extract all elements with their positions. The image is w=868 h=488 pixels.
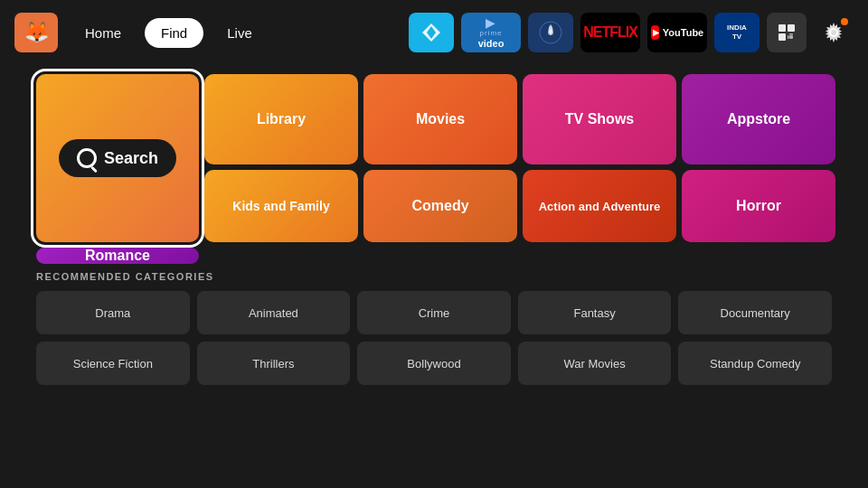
app-youtube[interactable]: ▶ YouTube: [647, 13, 707, 52]
kids-label: Kids and Family: [232, 199, 329, 213]
horror-label: Horror: [736, 198, 781, 214]
nav-apps: ▶ prime video NETFLIX ▶ YouTube INDI: [409, 13, 854, 52]
tvshows-tile[interactable]: TV Shows: [523, 74, 676, 164]
search-button[interactable]: Search: [59, 139, 176, 177]
rec-animated[interactable]: Animated: [197, 291, 351, 334]
tiles-grid: Search Library Movies TV Shows Appstore …: [36, 74, 832, 264]
search-label: Search: [104, 149, 158, 168]
main-content: Search Library Movies TV Shows Appstore …: [0, 65, 868, 385]
rec-drama[interactable]: Drama: [36, 291, 190, 334]
rec-fantasy[interactable]: Fantasy: [518, 291, 672, 334]
movies-tile[interactable]: Movies: [363, 74, 517, 164]
svg-rect-7: [789, 35, 793, 39]
app-india-tv[interactable]: INDIATV: [714, 13, 760, 52]
svg-rect-9: [788, 35, 789, 39]
romance-label: Romance: [85, 248, 150, 264]
horror-tile[interactable]: Horror: [682, 170, 835, 242]
recommended-section: RECOMMENDED CATEGORIES Drama Animated Cr…: [36, 271, 832, 385]
prime-video-label: ▶ prime video: [478, 16, 505, 49]
app-logo[interactable]: 🦊: [14, 13, 58, 52]
comedy-label: Comedy: [411, 198, 468, 214]
svg-rect-5: [788, 24, 795, 32]
romance-tile[interactable]: Romance: [36, 248, 199, 264]
library-tile[interactable]: Library: [204, 74, 358, 164]
rec-crime[interactable]: Crime: [357, 291, 511, 334]
app-settings[interactable]: [814, 13, 854, 52]
logo-icon: 🦊: [24, 21, 49, 44]
tvshows-label: TV Shows: [565, 111, 634, 127]
svg-rect-6: [778, 33, 786, 41]
appstore-label: Appstore: [727, 111, 790, 127]
search-icon: [77, 148, 97, 168]
rec-standup-comedy[interactable]: Standup Comedy: [678, 342, 832, 385]
comedy-tile[interactable]: Comedy: [363, 170, 517, 242]
kids-tile[interactable]: Kids and Family: [204, 170, 358, 242]
nav-links: Home Find Live: [69, 18, 269, 48]
action-tile[interactable]: Action and Adventure: [523, 170, 676, 242]
netflix-label: NETFLIX: [583, 24, 637, 41]
youtube-label: YouTube: [663, 27, 703, 38]
top-navigation: 🦊 Home Find Live ▶ prime video: [0, 0, 868, 65]
rec-war-movies[interactable]: War Movies: [518, 342, 672, 385]
app-paramount[interactable]: [528, 13, 573, 52]
india-tv-label: INDIATV: [727, 23, 747, 41]
app-grid[interactable]: [767, 13, 807, 52]
library-label: Library: [257, 111, 306, 127]
nav-live[interactable]: Live: [211, 18, 269, 48]
app-kodi[interactable]: [409, 13, 454, 52]
app-netflix[interactable]: NETFLIX: [580, 13, 640, 52]
action-label: Action and Adventure: [539, 200, 661, 213]
nav-home[interactable]: Home: [69, 18, 137, 48]
movies-label: Movies: [416, 111, 465, 127]
rec-documentary[interactable]: Documentary: [678, 291, 832, 334]
rec-bollywood[interactable]: Bollywood: [357, 342, 511, 385]
svg-rect-8: [789, 33, 793, 35]
kodi-icon: [418, 19, 445, 46]
nav-find[interactable]: Find: [145, 18, 203, 48]
svg-point-3: [548, 30, 553, 35]
settings-notification-dot: [841, 18, 848, 25]
search-tile[interactable]: Search: [36, 74, 199, 242]
youtube-play-icon: ▶: [651, 25, 659, 40]
app-prime-video[interactable]: ▶ prime video: [461, 13, 521, 52]
rec-science-fiction[interactable]: Science Fiction: [36, 342, 190, 385]
rec-thrillers[interactable]: Thrillers: [197, 342, 351, 385]
recommended-title: RECOMMENDED CATEGORIES: [36, 271, 832, 282]
svg-rect-4: [778, 24, 786, 32]
recommended-grid: Drama Animated Crime Fantasy Documentary…: [36, 291, 832, 385]
grid-icon: [776, 22, 797, 43]
appstore-tile[interactable]: Appstore: [682, 74, 835, 164]
paramount-icon: [537, 19, 564, 46]
